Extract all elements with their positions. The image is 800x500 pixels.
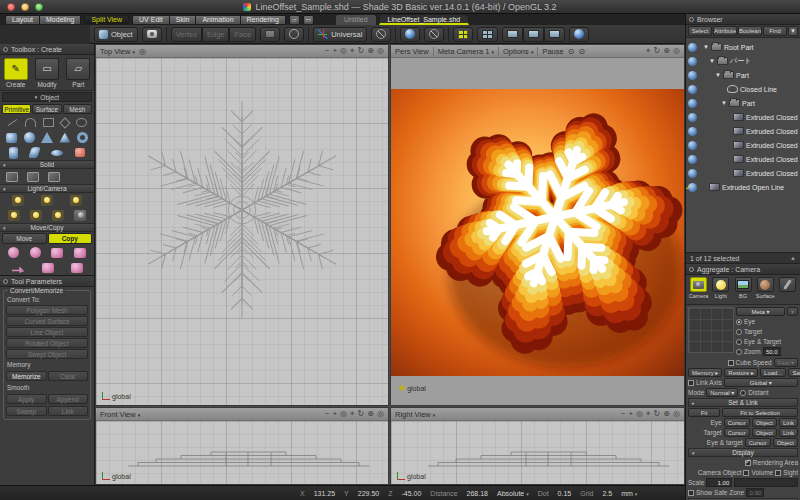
- workspace-split-view[interactable]: Split View: [84, 15, 129, 25]
- save-button[interactable]: Save...: [788, 368, 800, 377]
- tree-item-label[interactable]: Root Part: [724, 44, 754, 51]
- safe-zone-checkbox[interactable]: [688, 490, 694, 496]
- pan-icon[interactable]: ⌖: [646, 409, 651, 419]
- light-camera-section-header[interactable]: ▾ Light/Camera: [0, 184, 94, 193]
- primitive-disc-icon[interactable]: [51, 150, 63, 156]
- radio-eye[interactable]: Eye: [736, 317, 798, 326]
- dual-view-button[interactable]: [523, 27, 544, 42]
- tree-item-label[interactable]: Extruded Closed: [746, 156, 798, 163]
- aggregate-tab-light[interactable]: Light: [710, 277, 731, 299]
- universal-manipulator-button[interactable]: Universal: [313, 27, 367, 42]
- visibility-sphere-icon[interactable]: [688, 85, 697, 94]
- mode-dropdown[interactable]: Normal ▾: [706, 388, 738, 397]
- visibility-sphere-icon[interactable]: [688, 99, 697, 108]
- magnify-icon[interactable]: ⊕: [663, 46, 670, 56]
- walkthrough-button[interactable]: [424, 27, 444, 42]
- shading-sphere-button[interactable]: [569, 27, 589, 42]
- front-view-title-dropdown[interactable]: Front View ▾: [100, 410, 140, 419]
- solid-intersect-icon[interactable]: [48, 172, 60, 182]
- rotate-tool-button[interactable]: [284, 27, 304, 42]
- visibility-sphere-icon[interactable]: [688, 141, 697, 150]
- workspace-animation[interactable]: Animation: [196, 15, 240, 25]
- tree-item-label[interactable]: Closed Line: [740, 86, 777, 93]
- translate-copy-icon[interactable]: [51, 248, 63, 258]
- pers-pause-button[interactable]: Pause: [542, 47, 563, 56]
- preview-quality-icon[interactable]: ⊙: [578, 47, 585, 56]
- expand-arrow-icon[interactable]: ▼: [703, 44, 709, 50]
- view-options-icon[interactable]: ◎: [636, 409, 643, 419]
- arc-tool-icon[interactable]: [25, 118, 36, 127]
- primitive-slanted-cylinder-icon[interactable]: [28, 147, 41, 158]
- camera-trackpad[interactable]: [688, 307, 734, 353]
- view-camera-icon[interactable]: ◎: [139, 47, 146, 56]
- edge-mode-button[interactable]: Edge: [202, 27, 230, 42]
- pan-icon[interactable]: ⌖: [350, 409, 355, 419]
- four-view-button[interactable]: [453, 27, 473, 42]
- visibility-sphere-icon[interactable]: [688, 169, 697, 178]
- collapse-arrow-icon[interactable]: ▲: [790, 255, 796, 261]
- radio-target[interactable]: Target: [736, 327, 798, 336]
- sweep-button[interactable]: Sweep: [6, 406, 47, 416]
- tree-row-extruded-open-line[interactable]: ✓ Extruded Open Line: [686, 180, 800, 194]
- workspace-option2-icon[interactable]: ▭: [303, 15, 314, 25]
- zoom-in-icon[interactable]: +: [332, 46, 337, 56]
- pers-view-canvas[interactable]: ◆ global: [391, 58, 684, 405]
- set-link-section[interactable]: ▸Set & Link: [688, 398, 798, 407]
- zoom-in-icon[interactable]: +: [332, 409, 337, 419]
- toolbox-tab-part[interactable]: ▱ Part: [63, 55, 94, 90]
- view-options-icon[interactable]: ◎: [340, 409, 347, 419]
- browser-tab-select[interactable]: Select: [688, 26, 712, 36]
- visibility-sphere-icon[interactable]: [688, 71, 697, 80]
- grid-view-button[interactable]: [477, 27, 498, 42]
- toolbox-tab-create[interactable]: ✎ Create: [0, 55, 31, 90]
- browser-tab-attributes[interactable]: Attributes: [713, 26, 737, 36]
- expand-arrow-icon[interactable]: ▼: [715, 72, 721, 78]
- visibility-sphere-icon[interactable]: [688, 155, 697, 164]
- circle-tool-icon[interactable]: [76, 118, 87, 127]
- aggregate-tab-camera[interactable]: Camera: [688, 277, 709, 299]
- tree-item-label[interactable]: Extruded Closed: [746, 142, 798, 149]
- close-window-icon[interactable]: [7, 3, 15, 11]
- move-copy-section-header[interactable]: ▾ Move/Copy: [0, 223, 94, 232]
- magnify-icon[interactable]: ⊕: [663, 409, 670, 419]
- diamond-tool-icon[interactable]: [59, 117, 70, 128]
- magnify-icon[interactable]: ⊕: [367, 409, 374, 419]
- manipulator-button[interactable]: [371, 27, 391, 42]
- camera-mode-button[interactable]: [142, 27, 162, 42]
- convert-line-object-button[interactable]: Line Object: [6, 327, 88, 337]
- scale-field[interactable]: 1.00: [706, 478, 732, 487]
- tree-item-label[interactable]: Extruded Closed: [746, 114, 798, 121]
- tree-item-label[interactable]: Extruded Closed: [746, 170, 798, 177]
- rectangle-tool-icon[interactable]: [43, 118, 54, 127]
- front-view-canvas[interactable]: global: [96, 421, 388, 484]
- radio-zoom[interactable]: Zoom50.0: [736, 347, 798, 356]
- vertex-mode-button[interactable]: Vertex: [171, 27, 202, 42]
- spot-light-icon[interactable]: [41, 195, 53, 206]
- solid-union-icon[interactable]: [6, 172, 18, 182]
- workspace-uv-edit[interactable]: UV Edit: [132, 15, 170, 25]
- tree-item-label[interactable]: Part: [736, 72, 749, 79]
- fit-to-selection-button[interactable]: Fit to Selection: [722, 408, 798, 417]
- right-viewport[interactable]: Right View ▾ − + ◎ ⌖ ↻ ⊕ ◎ global: [390, 407, 685, 485]
- orbit-icon[interactable]: ↻: [654, 409, 661, 419]
- coordinate-mode-dropdown[interactable]: Absolute ▾: [497, 490, 529, 497]
- zoom-in-icon[interactable]: +: [628, 409, 633, 419]
- pan-icon[interactable]: ⌖: [646, 46, 651, 56]
- directional-light-icon[interactable]: [70, 195, 82, 206]
- stamp-tool-icon[interactable]: [42, 263, 54, 273]
- tool-parameters-header[interactable]: Tool Parameters: [0, 276, 94, 287]
- orbit-icon[interactable]: ↻: [654, 46, 661, 56]
- zoom-out-icon[interactable]: −: [325, 46, 330, 56]
- mirror-tool-icon[interactable]: [12, 262, 25, 273]
- eyetarget-cursor-button[interactable]: Cursor: [745, 438, 771, 447]
- workspace-skin[interactable]: Skin: [170, 15, 197, 25]
- top-view-title-dropdown[interactable]: Top View ▾: [100, 47, 135, 56]
- convert-polygon-mesh-button[interactable]: Polygon Mesh: [6, 305, 88, 315]
- fit-button[interactable]: Fit: [688, 408, 720, 417]
- view-settings-icon[interactable]: ◎: [673, 46, 680, 56]
- workspace-modeling[interactable]: Modeling: [40, 15, 81, 25]
- stack-copy-icon[interactable]: [74, 248, 86, 258]
- visibility-sphere-icon[interactable]: [688, 127, 697, 136]
- primitive-torus-icon[interactable]: [77, 132, 88, 143]
- subtab-mesh[interactable]: Mesh: [63, 104, 92, 114]
